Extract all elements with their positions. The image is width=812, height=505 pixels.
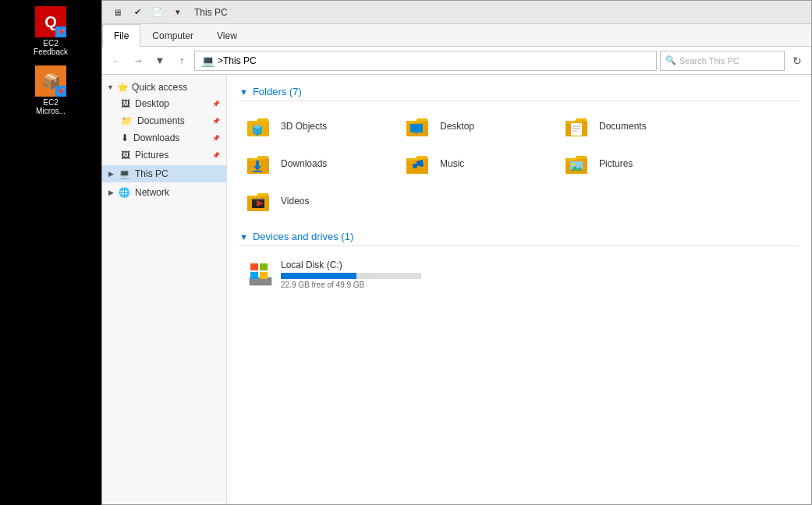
ec2-micros-label: EC2Micros... (36, 98, 66, 115)
nav-forward-button[interactable]: → (129, 51, 147, 70)
refresh-button[interactable]: ↻ (788, 51, 807, 70)
ec2-feedback-icon: Q 📌 (35, 6, 66, 37)
tab-view[interactable]: View (205, 24, 249, 47)
sidebar-group-this-pc: ▶ 💻 This PC (102, 165, 226, 182)
videos-folder-icon (246, 189, 275, 213)
svg-rect-32 (250, 263, 258, 270)
taskbar-icon-ec2-feedback[interactable]: Q 📌 EC2Feedback (27, 3, 74, 59)
taskbar-icon-ec2-micros[interactable]: 📦 📌 EC2Micros... (27, 62, 74, 118)
pictures-folder-icon (565, 152, 593, 175)
ec2-micros-icon: 📦 📌 (35, 65, 66, 97)
nav-back-button[interactable]: ← (107, 51, 126, 70)
svg-point-24 (572, 163, 575, 166)
pin-icon-desktop: 📌 (212, 101, 220, 108)
quick-tool-dropdown[interactable]: ▾ (169, 4, 186, 21)
svg-rect-35 (260, 272, 268, 279)
documents-folder-icon: 📁 (121, 115, 133, 126)
nav-up-button[interactable]: ↑ (172, 51, 191, 70)
svg-rect-8 (410, 124, 423, 132)
chevron-network: ▶ (108, 189, 114, 196)
folder-item-documents[interactable]: Documents (558, 109, 714, 143)
sidebar-item-pictures[interactable]: 🖼 Pictures 📌 (102, 147, 226, 164)
sidebar-desktop-label: Desktop (135, 98, 169, 109)
folder-name-desktop: Desktop (440, 121, 474, 132)
quick-tool-doc[interactable]: 📄 (149, 4, 166, 21)
folders-section-header: ▼ Folders (7) (239, 86, 799, 101)
quick-tools: 🖥 ✔ 📄 ▾ (108, 4, 186, 21)
svg-rect-34 (250, 272, 258, 279)
desktop-folder-icon (406, 115, 434, 138)
drive-icon-svg (246, 260, 275, 288)
svg-rect-29 (252, 199, 264, 200)
address-path[interactable]: 💻 > This PC (194, 51, 657, 71)
sidebar-group-quick-access: ▼ ⭐ Quick access 🖼 Desktop 📌 📁 Documents… (102, 79, 226, 164)
folder-item-pictures[interactable]: Pictures (558, 147, 714, 181)
svg-rect-16 (256, 161, 259, 167)
title-text: This PC (194, 7, 228, 18)
quick-tool-screen[interactable]: 🖥 (108, 4, 126, 21)
sidebar-label-quick-access: Quick access (132, 82, 187, 93)
drive-icon-c (246, 260, 275, 288)
svg-rect-18 (253, 171, 262, 172)
folders-collapse-btn[interactable]: ▼ (239, 87, 248, 97)
sidebar-header-quick-access[interactable]: ▼ ⭐ Quick access (102, 79, 226, 95)
sidebar-item-downloads[interactable]: ⬇ Downloads 📌 (102, 129, 226, 147)
drive-item-c[interactable]: Local Disk (C:) 22.9 GB free of 49.9 GB (239, 254, 458, 295)
folder-item-3d-objects[interactable]: 3D Objects (239, 109, 395, 143)
drives-collapse-btn[interactable]: ▼ (239, 232, 248, 242)
search-icon: 🔍 (665, 55, 676, 65)
title-bar: 🖥 ✔ 📄 ▾ This PC (102, 1, 811, 24)
sidebar: ▼ ⭐ Quick access 🖼 Desktop 📌 📁 Documents… (102, 75, 227, 504)
sidebar-label-this-pc: This PC (135, 168, 168, 179)
3d-objects-icon (246, 115, 275, 138)
sidebar-item-documents[interactable]: 📁 Documents 📌 (102, 112, 226, 129)
sidebar-downloads-label: Downloads (133, 132, 179, 143)
address-bar: ← → ▼ ↑ 💻 > This PC 🔍 Search This PC ↻ (102, 47, 811, 75)
pin-badge2: 📌 (55, 86, 66, 97)
nav-dropdown-button[interactable]: ▼ (151, 51, 169, 70)
sidebar-header-this-pc[interactable]: ▶ 💻 This PC (102, 165, 226, 182)
sidebar-item-desktop[interactable]: 🖼 Desktop 📌 (102, 95, 226, 112)
pin-badge: 📌 (55, 26, 66, 37)
folder-name-3d-objects: 3D Objects (281, 121, 327, 132)
tab-computer[interactable]: Computer (140, 24, 205, 47)
folder-item-videos[interactable]: Videos (239, 184, 395, 218)
folder-item-music[interactable]: Music (399, 147, 555, 181)
ribbon-tabs: File Computer View (102, 24, 811, 46)
folder-name-pictures: Pictures (599, 158, 633, 169)
taskbar-left: Q 📌 EC2Feedback 📦 📌 EC2Micros... (0, 0, 101, 505)
pin-icon-documents: 📌 (212, 118, 220, 125)
folder-name-documents: Documents (599, 121, 647, 132)
sidebar-pictures-label: Pictures (135, 150, 168, 161)
folder-name-music: Music (440, 158, 464, 169)
folder-item-downloads[interactable]: Downloads (239, 147, 395, 181)
drives-section-header: ▼ Devices and drives (1) (239, 231, 799, 246)
drive-size-c: 22.9 GB free of 49.9 GB (281, 281, 451, 289)
svg-point-20 (413, 164, 417, 168)
path-icon: 💻 (201, 55, 215, 67)
sidebar-documents-label: Documents (137, 115, 185, 126)
drive-name-c: Local Disk (C:) (281, 260, 451, 270)
folder-name-downloads: Downloads (281, 158, 327, 169)
ec2-feedback-label: EC2Feedback (34, 39, 68, 56)
ribbon: File Computer View (102, 24, 811, 47)
pin-icon-downloads: 📌 (212, 135, 220, 142)
folders-grid: 3D Objects Desktop (239, 109, 799, 218)
drive-info-c: Local Disk (C:) 22.9 GB free of 49.9 GB (281, 260, 451, 289)
star-icon: ⭐ (117, 82, 129, 93)
music-folder-icon (406, 152, 434, 175)
folder-item-desktop[interactable]: Desktop (399, 109, 555, 143)
folder-name-videos: Videos (281, 196, 309, 207)
svg-rect-9 (415, 132, 418, 134)
svg-rect-33 (260, 263, 268, 270)
drives-section-title: Devices and drives (1) (253, 231, 353, 242)
drives-grid: Local Disk (C:) 22.9 GB free of 49.9 GB (239, 254, 799, 295)
sidebar-header-network[interactable]: ▶ 🌐 Network (102, 184, 226, 201)
search-box[interactable]: 🔍 Search This PC (660, 51, 785, 71)
tab-file[interactable]: File (102, 24, 140, 47)
svg-point-21 (419, 162, 424, 167)
quick-tool-check[interactable]: ✔ (129, 4, 146, 21)
pictures-folder-icon: 🖼 (121, 150, 130, 161)
chevron-quick-access: ▼ (107, 83, 114, 91)
sidebar-group-network: ▶ 🌐 Network (102, 184, 226, 201)
